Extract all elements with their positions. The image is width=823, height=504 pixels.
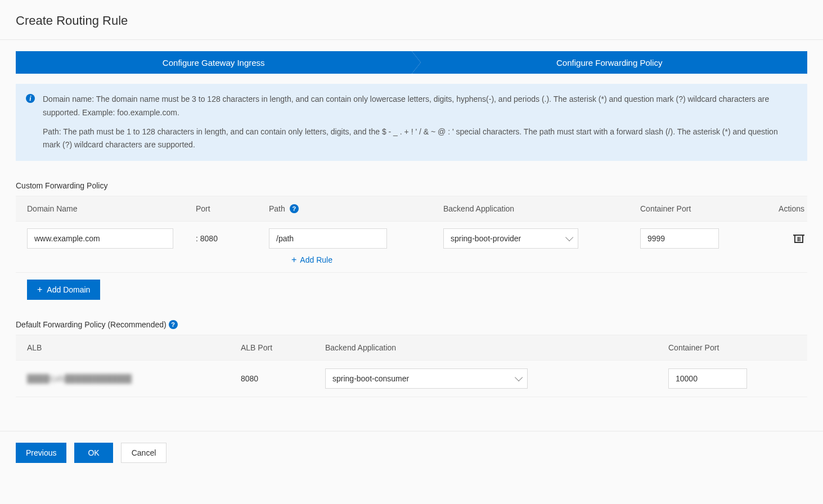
plus-icon: + <box>37 285 42 294</box>
th-container-port: Container Port <box>640 204 770 213</box>
add-rule-button[interactable]: + Add Rule <box>291 255 332 264</box>
domain-input[interactable] <box>27 228 173 249</box>
th-path: Path <box>269 204 285 213</box>
default-container-port-input[interactable] <box>668 368 747 389</box>
th-actions: Actions <box>770 204 815 213</box>
backend-app-select[interactable]: spring-boot-provider <box>443 228 578 249</box>
info-icon: i <box>26 94 35 103</box>
info-banner: i Domain name: The domain name must be 3… <box>16 84 807 161</box>
container-port-input[interactable] <box>640 228 719 249</box>
previהקודם-button[interactable]: Previous <box>16 443 66 463</box>
path-input[interactable] <box>269 228 387 249</box>
default-backend-app-value: spring-boot-consumer <box>332 374 409 383</box>
add-rule-row: + Add Rule <box>16 249 807 273</box>
help-icon[interactable]: ? <box>290 204 299 213</box>
custom-policy-table-header: Domain Name Port Path ? Backend Applicat… <box>16 196 807 222</box>
ok-label: OK <box>88 448 99 457</box>
default-policy-table-header: ALB ALB Port Backend Application Contain… <box>16 335 807 361</box>
th-alb-port: ALB Port <box>241 343 325 352</box>
default-policy-title-wrap: Default Forwarding Policy (Recommended) … <box>16 320 807 329</box>
th-backend: Backend Application <box>443 204 640 213</box>
info-path-text: Path: The path must be 1 to 128 characte… <box>43 125 797 152</box>
previous-label: Previous <box>26 448 56 457</box>
help-icon[interactable]: ? <box>169 320 178 329</box>
custom-policy-title: Custom Forwarding Policy <box>16 181 807 190</box>
th-domain: Domain Name <box>27 204 196 213</box>
wizard-steps: Configure Gateway Ingress Configure Forw… <box>16 51 807 74</box>
chevron-down-icon <box>515 374 523 381</box>
info-domain-text: Domain name: The domain name must be 3 t… <box>43 93 797 120</box>
default-policy-row: ████t(alb████████████ 8080 spring-boot-c… <box>16 361 807 397</box>
step-forwarding-policy[interactable]: Configure Forwarding Policy <box>412 51 808 74</box>
th-backend: Backend Application <box>325 343 668 352</box>
custom-policy-row: : 8080 spring-boot-provider <box>16 222 807 249</box>
step-label: Configure Gateway Ingress <box>163 58 265 68</box>
cancel-label: Cancel <box>132 448 156 457</box>
delete-icon[interactable] <box>794 233 803 243</box>
add-domain-label: Add Domain <box>47 285 90 294</box>
th-alb: ALB <box>27 343 241 352</box>
ok-button[interactable]: OK <box>74 443 113 463</box>
alb-port-value: 8080 <box>241 374 325 383</box>
alb-value: ████t(alb████████████ <box>27 374 132 383</box>
plus-icon: + <box>291 255 296 264</box>
cancel-button[interactable]: Cancel <box>121 443 167 463</box>
th-port: Port <box>196 204 269 213</box>
port-value: : 8080 <box>196 234 269 243</box>
chevron-down-icon <box>565 233 573 241</box>
backend-app-value: spring-boot-provider <box>451 234 521 243</box>
page-title: Create Routing Rule <box>0 0 823 39</box>
default-policy-title: Default Forwarding Policy (Recommended) <box>16 320 167 329</box>
th-container-port: Container Port <box>668 343 792 352</box>
add-rule-label: Add Rule <box>300 255 332 264</box>
add-domain-button[interactable]: + Add Domain <box>27 280 100 300</box>
step-gateway-ingress[interactable]: Configure Gateway Ingress <box>16 51 412 74</box>
default-backend-app-select[interactable]: spring-boot-consumer <box>325 368 528 389</box>
step-label: Configure Forwarding Policy <box>556 58 662 68</box>
footer-actions: Previous OK Cancel <box>0 431 823 474</box>
